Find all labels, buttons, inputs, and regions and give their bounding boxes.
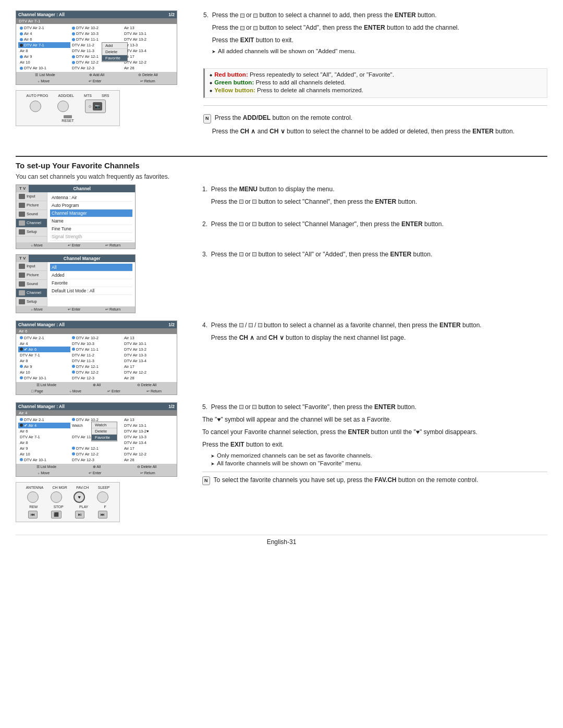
footer-enter: ↵ Enter (68, 243, 81, 248)
channel-item: Air 9 (18, 364, 70, 369)
channel-item: DTV Air 12-3 (70, 65, 123, 71)
channel-item: DTV Air 10-3 (70, 31, 123, 36)
note-adddel-line1: N Press the ADD/DEL button on the remote… (203, 113, 547, 124)
fav-step5-line1: 5. Press the or button to select "Favori… (202, 402, 547, 412)
context-delete[interactable]: Delete (102, 49, 127, 55)
screen-subheader: DTV Air 7-1 (16, 18, 177, 24)
fav-step1: 1. Press the MENU button to display the … (202, 184, 547, 206)
footer-deleteall: ⊖ Delete All (138, 73, 158, 77)
channel-item: Air 8 (18, 358, 70, 364)
channel-manager-menu-screen: T V Channel Manager Input Picture Sound … (16, 254, 136, 313)
ctx-delete[interactable]: Delete (92, 428, 117, 435)
context-add[interactable]: Add (102, 43, 127, 49)
remote-reset-label: RESET (62, 119, 74, 122)
footer-all: ⊕ All (93, 383, 101, 387)
all-list-footer: ☰ List Mode ⊕ All ⊖ Delete All (16, 382, 177, 388)
fav-screens-col1: T V Channel Input Picture Sound Channel … (16, 184, 193, 313)
note-adddel: N Press the ADD/DEL button on the remote… (203, 113, 547, 139)
remote-adddel-btn[interactable] (57, 101, 69, 112)
footer-return: ↩ Return (140, 471, 155, 475)
cm-sidebar-sound: Sound (16, 280, 47, 289)
footer-return: ↩ Return (140, 79, 155, 83)
channel-screen-header: T V Channel (16, 185, 135, 192)
channel-item: DTV Air 12-2 (123, 59, 175, 65)
footer-move: ⬦ Move (38, 471, 50, 475)
remote-control-fav: ANTENNA CH MGR FAV.CH SLEEP ♥ (16, 482, 120, 522)
remote-label-autoprog: AUTO PROG (27, 94, 48, 97)
footer-enter: ↵ Enter (68, 307, 81, 312)
channel-item: DTV Air 11-1 (70, 347, 123, 352)
cm-all-selected: All (50, 264, 132, 272)
channel-item: Air 17 (123, 364, 175, 369)
footer-return: ↩ Return (105, 243, 120, 248)
green-button-line: ⬥ Green button: Press to add all channel… (209, 79, 543, 85)
context-favorite[interactable]: Favorite (102, 55, 127, 61)
cm-sidebar-setup: Setup (16, 298, 47, 306)
channel-item-selected: ✔ Air 4 (18, 423, 70, 428)
fav-instructions-col1: 1. Press the MENU button to display the … (202, 184, 547, 313)
remote-chmgr-btn[interactable] (51, 491, 62, 503)
note-adddel-line2: Press the CH ∧ and CH ∨ button to select… (203, 127, 547, 136)
ctx-watch[interactable]: Watch (92, 422, 117, 428)
remote-playpause-btn[interactable]: ⏯ (75, 511, 84, 519)
all-list-subheader: Air 6 (16, 328, 177, 334)
remote-favch-btn[interactable]: ♥ (74, 491, 85, 503)
remote-reset-row: RESET (21, 115, 114, 122)
channel-item: DTV Air 13-1 (123, 31, 175, 36)
remote-rew-btn[interactable]: ⏮ (28, 511, 38, 519)
remote-antenna-btn[interactable] (27, 491, 39, 503)
footer-addall: ⊕ Add All (89, 73, 104, 77)
channel-item: DTV Air 12-3 (70, 375, 123, 381)
right-column-top: 5. Press the or button to select a chann… (203, 10, 547, 144)
fav-step2-line1: 2. Press the or button to select "Channe… (202, 219, 547, 229)
channel-item: DTV Air 10-1 (18, 457, 70, 463)
left-column-top: Channel Manager : All 1/2 DTV Air 7-1 DT… (16, 10, 193, 144)
channel-item: DTV Air 12-1 (70, 364, 123, 369)
all-list-channel: Air 6 (19, 329, 27, 334)
fav-step4-section: Channel Manager : All 1/2 Air 6 DTV Air … (16, 320, 547, 395)
channel-item: DTV Air 13-2 (123, 36, 175, 42)
remote-fav-labels: ANTENNA CH MGR FAV.CH SLEEP (21, 486, 114, 489)
channel-item: DTV Air 2-1 (18, 335, 70, 341)
remote-label-mts: MTS (84, 94, 92, 97)
fav-step5-section: Channel Manager : All 1/2 Air 4 DTV Air … (16, 402, 547, 522)
channel-item: DTV Air 12-2 (123, 451, 175, 457)
channel-item: DTV Air 13-3 (123, 352, 175, 358)
remote-autoprog-btn[interactable] (30, 101, 41, 112)
channel-item: DTV Air 7-1 (18, 434, 70, 440)
screen-footer2: ⬦ Move ↵ Enter ↩ Return (16, 78, 177, 84)
remote-label-chmgr: CH MGR (52, 486, 67, 489)
remote-fav-buttons: ♥ (21, 491, 114, 503)
top-section: Channel Manager : All 1/2 DTV Air 7-1 DT… (16, 10, 547, 144)
menu-chmanager-selected: Channel Manager (50, 209, 132, 217)
fav-step3-line1: 3. Press the or button to select "All" o… (202, 250, 547, 259)
cm-sidebar-input: Input (16, 262, 47, 271)
menu-antenna: Antenna : Air (50, 194, 132, 202)
fav-step5-col: Channel Manager : All 1/2 Air 4 DTV Air … (16, 402, 193, 522)
fav-step5-line3: To cancel your Favorite channel selectio… (202, 427, 547, 437)
remote-stop-btn[interactable]: ⬛ (51, 511, 62, 519)
instruction-block-5: 5. Press the or button to select a chann… (203, 10, 547, 56)
footer-deleteall: ⊖ Delete All (137, 465, 157, 469)
remote-sleep-btn[interactable] (97, 491, 108, 503)
fav-step4-line2: Press the CH ∧ and CH ∨ button to displa… (202, 333, 547, 342)
channel-item: DTV Air 10-3 (70, 341, 123, 347)
step5-line1: 5. Press the or button to select a chann… (203, 10, 547, 20)
heart-icon: ♥ (78, 495, 81, 500)
cm-screen-header: T V Channel Manager (16, 255, 135, 262)
screen-header: Channel Manager : All 1/2 (16, 11, 177, 18)
cm-defaultlist: Default List Mode : All (50, 287, 132, 295)
fav-favch-note: N To select the favorite channels you ha… (202, 475, 547, 486)
section-title: To set-up Your Favorite Channels (16, 161, 547, 170)
channel-item-selected: ✔ Air 6 (18, 347, 70, 352)
channel-item: Air 28 (123, 457, 175, 463)
ctx-favorite[interactable]: Favorite (92, 435, 117, 441)
fav-list-page: 1/2 (168, 404, 175, 409)
footer-return: ↩ Return (146, 389, 162, 393)
remote-ff-btn[interactable]: ⏭ (98, 511, 107, 519)
channel-item: Air 9 (18, 54, 70, 59)
channel-item: Air 28 (123, 375, 175, 381)
fav-step5-instructions: 5. Press the or button to select "Favori… (202, 402, 547, 522)
cm-screen-body: Input Picture Sound Channel Setup All Ad… (16, 262, 135, 306)
channel-all-list-screen: Channel Manager : All 1/2 Air 6 DTV Air … (16, 320, 177, 395)
